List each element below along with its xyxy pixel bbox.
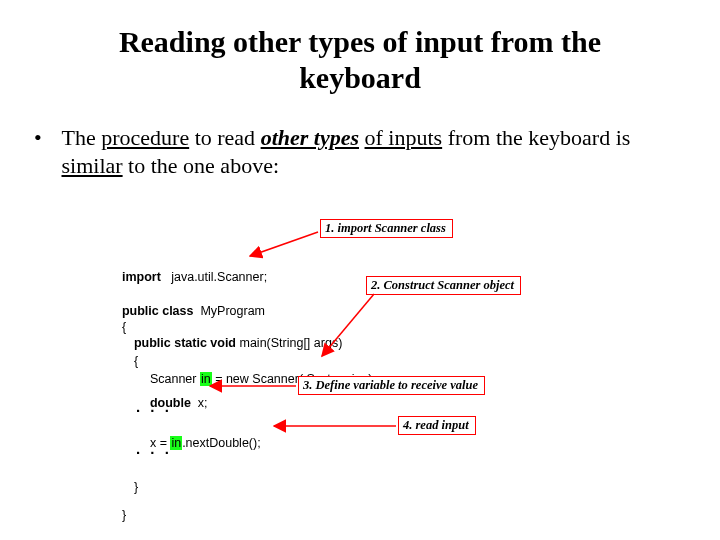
step-box-3: 3. Define variable to receive value (298, 376, 485, 395)
t: to read (189, 125, 260, 150)
highlight-var-in-use: in (170, 436, 182, 450)
t: procedure (101, 125, 189, 150)
t: java.util.Scanner; (161, 270, 267, 284)
kw-public-class: public class (122, 304, 194, 318)
t: of inputs (365, 125, 443, 150)
t: to the one above: (123, 153, 279, 178)
step-box-1: 1. import Scanner class (320, 219, 453, 238)
code-ellipsis-2: . . . (136, 440, 172, 457)
brace-close: } (122, 508, 126, 522)
bullet-1: • The procedure to read other types of i… (34, 124, 720, 179)
t: similar (62, 153, 123, 178)
t: other types (261, 125, 359, 150)
bullet-text: The procedure to read other types of inp… (62, 124, 662, 179)
brace-close-2: } (134, 480, 138, 494)
code-ellipsis-1: . . . (136, 398, 172, 415)
t: The (62, 125, 102, 150)
slide-title: Reading other types of input from the ke… (0, 24, 720, 96)
kw-import: import (122, 270, 161, 284)
svg-line-0 (250, 232, 318, 256)
title-line-2: keyboard (299, 61, 421, 94)
t: main(String[] args) (236, 336, 342, 350)
bullet-dot: • (34, 124, 56, 152)
step-box-2: 2. Construct Scanner object (366, 276, 521, 295)
code-line-10: } (108, 494, 126, 536)
t: x; (191, 396, 208, 410)
kw-psv: public static void (134, 336, 236, 350)
t: from the keyboard is (442, 125, 630, 150)
step-box-4: 4. read input (398, 416, 476, 435)
t: .nextDouble(); (182, 436, 261, 450)
t: MyProgram (193, 304, 265, 318)
diagram-area: import java.util.Scanner; public class M… (108, 216, 668, 526)
title-line-1: Reading other types of input from the (119, 25, 601, 58)
